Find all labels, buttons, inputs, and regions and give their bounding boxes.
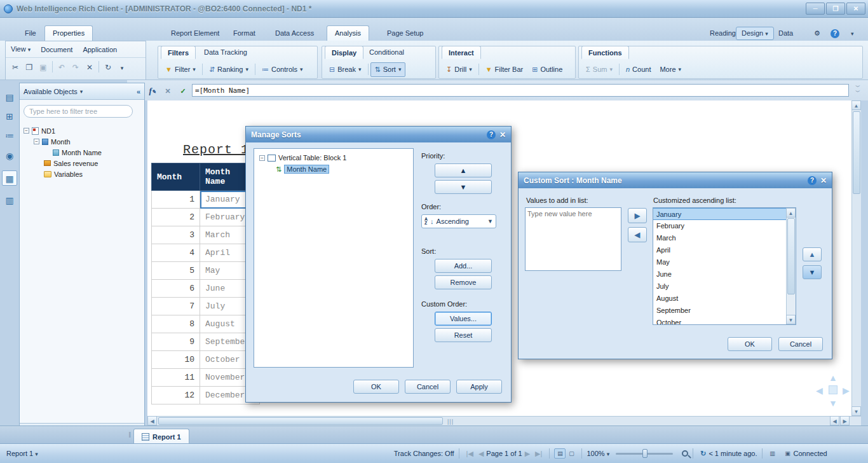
data-tracking-icon[interactable]: ▥ xyxy=(767,448,778,459)
subtab-functions[interactable]: Functions xyxy=(581,46,629,59)
view-menu[interactable]: View ▾ xyxy=(6,41,36,57)
more-options-chevron-icon[interactable]: ▾ xyxy=(845,27,860,40)
subtab-display[interactable]: Display xyxy=(325,46,363,59)
table-cell[interactable]: 9 xyxy=(152,333,200,351)
table-cell[interactable]: 6 xyxy=(152,280,200,298)
application-menu[interactable]: Application xyxy=(78,42,122,57)
report-title[interactable]: Report 1 xyxy=(183,142,249,157)
dialog-help-icon[interactable]: ? xyxy=(808,176,817,185)
scroll-left-icon[interactable]: ◀ xyxy=(147,416,157,425)
ok-button[interactable]: OK xyxy=(353,380,399,394)
more-button[interactable]: More▾ xyxy=(655,62,686,77)
page-mode-icon[interactable]: ▢ xyxy=(566,448,577,459)
tab-file[interactable]: File xyxy=(17,25,44,41)
report-selector[interactable]: Report 1 ▾ xyxy=(6,450,38,457)
table-cell[interactable]: 3 xyxy=(152,226,200,244)
formula-input[interactable] xyxy=(192,84,849,97)
break-button[interactable]: ⊟Break▾ xyxy=(325,62,366,77)
list-item[interactable]: July xyxy=(653,280,786,293)
remove-sort-button[interactable]: Remove xyxy=(435,275,492,289)
apply-button[interactable]: Apply xyxy=(456,380,502,394)
list-scroll-thumb[interactable] xyxy=(787,218,795,294)
tree-item-month-name[interactable]: Month Name xyxy=(20,147,144,158)
table-cell[interactable]: 5 xyxy=(152,262,200,280)
float-nav-right-icon[interactable]: ▶ xyxy=(843,385,850,396)
first-page-icon[interactable]: |◀ xyxy=(464,450,476,458)
dialog-help-icon[interactable]: ? xyxy=(487,130,496,139)
table-cell[interactable]: 12 xyxy=(152,387,200,404)
controls-button[interactable]: ≔Controls▾ xyxy=(257,62,308,77)
subtab-data-tracking[interactable]: Data Tracking xyxy=(198,46,254,59)
document-menu[interactable]: Document xyxy=(36,42,78,57)
scroll-up-icon[interactable]: ▲ xyxy=(786,208,796,218)
table-cell[interactable]: 8 xyxy=(152,315,200,333)
new-value-textarea[interactable] xyxy=(525,207,621,271)
count-button[interactable]: nCount xyxy=(621,62,655,77)
collapse-node-icon[interactable]: − xyxy=(24,128,29,134)
table-cell[interactable]: 11 xyxy=(152,369,200,387)
zoom-slider[interactable] xyxy=(616,453,673,455)
zoom-magnifier-icon[interactable] xyxy=(682,450,688,457)
scroll-up-icon[interactable]: ▲ xyxy=(851,100,861,110)
report-tab[interactable]: Report 1 xyxy=(133,429,189,444)
quick-display-mode-icon[interactable]: ▤ xyxy=(554,448,566,459)
tab-properties[interactable]: Properties xyxy=(44,25,93,41)
column-header-month[interactable]: Month xyxy=(152,163,200,191)
refresh-icon[interactable]: ↻ xyxy=(698,450,709,458)
tree-item-sales-revenue[interactable]: Sales revenue xyxy=(20,158,144,169)
cancel-formula-icon[interactable]: ✕ xyxy=(161,84,174,97)
list-scrollbar[interactable]: ▲ ▼ xyxy=(786,208,796,324)
vertical-scrollbar[interactable]: ▲ ▼ xyxy=(851,100,861,416)
outline-button[interactable]: ⊞Outline xyxy=(527,62,567,77)
collapse-panel-icon[interactable]: « xyxy=(137,88,140,95)
scroll-right-icon[interactable]: ▶ xyxy=(840,416,850,425)
table-cell[interactable]: 7 xyxy=(152,298,200,315)
cancel-button[interactable]: Cancel xyxy=(778,337,823,351)
report-map-icon[interactable]: ⊞ xyxy=(2,108,17,123)
move-left-button[interactable]: ◀ xyxy=(628,227,647,242)
add-sort-button[interactable]: Add... xyxy=(435,259,492,273)
selected-sort-item[interactable]: Month Name xyxy=(284,165,329,174)
minimize-button[interactable]: ─ xyxy=(806,3,825,15)
float-nav-center[interactable] xyxy=(829,385,837,394)
subtab-conditional[interactable]: Conditional xyxy=(363,46,410,59)
float-nav-up-icon[interactable]: ▲ xyxy=(829,373,837,383)
document-summary-icon[interactable]: ▤ xyxy=(2,89,17,104)
data-button[interactable]: Data xyxy=(773,27,799,40)
sorts-tree-root[interactable]: − Vertical Table: Block 1 xyxy=(254,149,413,163)
title-bar[interactable]: Web Intelligence Rich Client - [ADMINIST… xyxy=(0,0,868,18)
expand-formula-bar-icon[interactable]: ﹀﹀ xyxy=(851,84,864,97)
values-button[interactable]: Values... xyxy=(435,312,492,326)
tab-data-access[interactable]: Data Access xyxy=(267,25,322,41)
refresh-dropdown-icon[interactable]: ▾ xyxy=(115,60,129,74)
next-page-icon[interactable]: ▶ xyxy=(522,450,532,458)
list-item[interactable]: June xyxy=(653,268,786,280)
manage-sorts-title-bar[interactable]: Manage Sorts ? ✕ xyxy=(246,127,511,142)
table-cell[interactable]: 4 xyxy=(152,244,200,262)
tab-page-setup[interactable]: Page Setup xyxy=(379,25,432,41)
zoom-level[interactable]: 100% ▾ xyxy=(587,450,609,457)
table-cell[interactable]: 2 xyxy=(152,209,200,226)
tab-report-element[interactable]: Report Element xyxy=(163,25,227,41)
copy-icon[interactable]: ❐ xyxy=(22,60,36,74)
table-cell[interactable]: 10 xyxy=(152,351,200,369)
refresh-icon[interactable]: ↻ xyxy=(101,60,115,74)
dialog-close-icon[interactable]: ✕ xyxy=(499,130,506,139)
float-nav-left-icon[interactable]: ◀ xyxy=(816,385,823,396)
last-page-icon[interactable]: ▶| xyxy=(532,450,545,458)
tree-item-root[interactable]: − ND1 xyxy=(20,125,144,136)
move-up-button[interactable]: ▲ xyxy=(803,247,822,261)
tree-item-variables[interactable]: Variables xyxy=(20,169,144,179)
list-item[interactable]: March xyxy=(653,232,786,244)
filter-bar-button[interactable]: ▼Filter Bar xyxy=(481,62,528,77)
cut-icon[interactable]: ✂ xyxy=(8,60,22,74)
collapse-node-icon[interactable]: − xyxy=(259,155,265,161)
move-down-button[interactable]: ▼ xyxy=(803,265,822,279)
list-item[interactable]: April xyxy=(653,244,786,256)
subtab-filters[interactable]: Filters xyxy=(161,46,196,59)
maximize-button[interactable]: ❐ xyxy=(826,3,845,15)
ok-button[interactable]: OK xyxy=(728,337,772,351)
list-item[interactable]: February xyxy=(653,220,786,232)
settings-gear-icon[interactable]: ⚙ xyxy=(808,27,826,40)
filter-button[interactable]: ▼Filter▾ xyxy=(161,62,200,77)
